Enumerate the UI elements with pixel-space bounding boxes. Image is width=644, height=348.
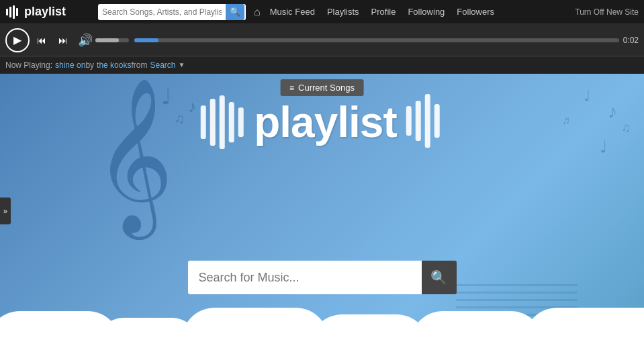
svg-rect-0 <box>6 9 8 15</box>
big-logo-text: playlist <box>254 97 397 147</box>
svg-rect-10 <box>416 101 421 141</box>
prev-button[interactable]: ⏮ <box>32 31 51 50</box>
svg-rect-5 <box>210 99 215 146</box>
by-label: by <box>85 60 94 70</box>
svg-rect-9 <box>406 106 412 136</box>
main-content: 𝄞 ♩ ♪ ♫ ♪ ♩ ♫ ♬ ♩ ≡ Current Songs » <box>0 74 644 348</box>
svg-rect-2 <box>13 5 15 19</box>
big-logo: playlist <box>199 94 445 150</box>
top-search-input[interactable] <box>98 7 226 17</box>
svg-rect-6 <box>219 95 224 149</box>
progress-area: 0:02 <box>134 36 639 45</box>
play-button[interactable]: ▶ <box>5 28 30 52</box>
cloud-6 <box>524 308 644 348</box>
svg-rect-4 <box>200 105 205 139</box>
dropdown-arrow-icon[interactable]: ▼ <box>179 61 185 69</box>
big-logo-icon-right <box>405 94 445 150</box>
big-logo-icon <box>199 95 246 149</box>
turn-off-label[interactable]: Turn Off New Site <box>575 7 639 17</box>
svg-rect-7 <box>228 102 234 142</box>
volume-icon: 🔊 <box>78 33 93 48</box>
top-search-button[interactable]: 🔍 <box>226 4 244 20</box>
current-songs-label: Current Songs <box>298 83 355 93</box>
top-search-box[interactable]: 🔍 <box>98 4 246 20</box>
progress-fill <box>134 38 158 42</box>
logo-area: playlist <box>5 5 93 19</box>
nav-links: ⌂ Music Feed Playlists Profile Following… <box>251 4 569 19</box>
nav-following[interactable]: Following <box>402 4 450 19</box>
home-icon[interactable]: ⌂ <box>251 6 263 18</box>
top-navigation: playlist 🔍 ⌂ Music Feed Playlists Profil… <box>0 0 644 24</box>
now-playing-label: Now Playing: <box>5 60 52 70</box>
hero-search-input[interactable] <box>188 261 422 294</box>
nav-music-feed[interactable]: Music Feed <box>265 4 320 19</box>
svg-rect-12 <box>434 104 440 138</box>
nav-followers[interactable]: Followers <box>451 4 500 19</box>
volume-bar[interactable] <box>95 38 129 42</box>
time-display: 0:02 <box>623 36 639 45</box>
svg-rect-1 <box>9 7 11 17</box>
toggle-icon: » <box>3 207 7 215</box>
player-bar: ▶ ⏮ ⏭ 🔊 0:02 <box>0 24 644 56</box>
artist-link[interactable]: the kooks <box>97 60 131 70</box>
next-button[interactable]: ⏭ <box>54 31 73 50</box>
source-link[interactable]: Search <box>150 60 175 70</box>
left-panel-toggle-button[interactable]: » <box>0 198 11 224</box>
logo-icon <box>5 5 20 19</box>
now-playing-bar: Now Playing: shine on by the kooks from … <box>0 56 644 74</box>
svg-rect-11 <box>425 94 430 148</box>
svg-rect-3 <box>16 8 18 16</box>
song-link[interactable]: shine on <box>55 60 85 70</box>
from-label: from <box>131 60 147 70</box>
logo-text: playlist <box>24 5 66 19</box>
volume-area: 🔊 <box>78 33 129 48</box>
progress-track[interactable] <box>134 38 619 42</box>
nav-profile[interactable]: Profile <box>366 4 402 19</box>
nav-playlists[interactable]: Playlists <box>322 4 365 19</box>
list-icon: ≡ <box>289 83 294 93</box>
hero-search-button[interactable]: 🔍 <box>422 261 457 294</box>
clouds <box>0 308 644 348</box>
cloud-3 <box>181 308 329 348</box>
search-icon: 🔍 <box>430 269 447 286</box>
volume-fill <box>95 38 119 42</box>
play-controls: ▶ ⏮ ⏭ <box>5 28 73 52</box>
svg-rect-8 <box>238 107 243 137</box>
hero-search: 🔍 <box>188 261 457 294</box>
